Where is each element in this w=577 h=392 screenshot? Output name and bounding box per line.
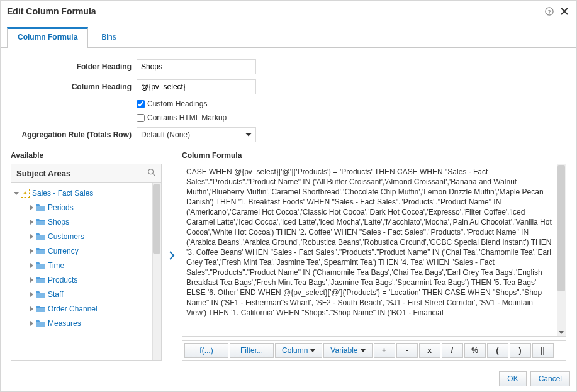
formula-textarea[interactable]: CASE WHEN @{pv_select}['@']{'Products'} … [182,164,566,336]
lparen-button[interactable]: ( [487,343,508,358]
contains-html-checkbox[interactable] [137,114,145,122]
label-available: Available [11,150,162,164]
svg-point-2 [148,169,154,174]
svg-text:?: ? [547,9,551,15]
fx-button[interactable]: f(...) [184,343,228,358]
tree-scrollbar-thumb[interactable] [153,184,160,254]
tree-label: Products [48,276,77,284]
pct-button[interactable]: % [464,343,486,358]
caret-right-icon [30,234,33,239]
tree-item[interactable]: Customers [13,229,160,244]
tree-label: Currency [48,247,79,255]
chevron-down-icon [310,349,315,352]
label-contains-html: Contains HTML Markup [147,113,227,122]
folder-icon [36,247,45,255]
content: Folder Heading Column Heading Custom Hea… [1,48,576,366]
subject-area-icon: ✦ [21,189,30,198]
chevron-down-icon [245,133,252,137]
tabstrip: Column Formula Bins [1,21,576,48]
plus-button[interactable]: + [374,343,395,358]
chevron-down-icon [361,349,366,352]
folder-icon [36,291,45,298]
caret-right-icon [30,205,33,210]
tree-label: Order Channel [48,305,98,313]
cancel-button[interactable]: Cancel [530,371,570,386]
tree-scrollbar[interactable] [152,183,161,360]
label-subject-areas: Subject Areas [16,169,70,178]
tree-label: Sales - Fact Sales [32,189,93,198]
ok-button[interactable]: OK [499,371,526,386]
tree-label: Shops [48,218,69,227]
tree-label: Time [48,261,64,270]
filter-button[interactable]: Filter... [230,343,274,358]
label-folder-heading: Folder Heading [11,62,137,71]
subject-tree: ✦ Sales - Fact Sales PeriodsShopsCustome… [11,183,162,361]
titlebar: Edit Column Formula ? [1,1,576,21]
folder-icon [36,276,45,284]
tree-item[interactable]: Currency [13,244,160,258]
folder-icon [36,233,45,240]
aggregation-select[interactable]: Default (None) [137,127,256,142]
div-button[interactable]: / [442,343,463,358]
minus-button[interactable]: - [396,343,418,358]
label-custom-headings: Custom Headings [147,99,207,108]
subject-areas-header: Subject Areas [11,164,162,183]
custom-headings-checkbox[interactable] [137,100,145,108]
folder-icon [36,305,45,313]
variable-button[interactable]: Variable [323,343,372,358]
caret-right-icon [30,263,33,268]
tree-item[interactable]: Order Channel [13,301,160,316]
dialog-title: Edit Column Formula [7,6,540,16]
tree-label: Periods [48,203,74,212]
tree-item[interactable]: Shops [13,215,160,229]
tree-item[interactable]: Time [13,258,160,272]
folder-icon [36,204,45,211]
tree-item[interactable]: Measures [13,316,160,330]
caret-right-icon [30,306,33,311]
label-aggregation: Aggregation Rule (Totals Row) [11,130,137,139]
mult-button[interactable]: x [419,343,440,358]
caret-right-icon [30,249,33,254]
label-column-formula: Column Formula [182,150,566,164]
formula-area-wrap: CASE WHEN @{pv_select}['@']{'Products'} … [182,164,566,337]
aggregation-value: Default (None) [141,130,190,139]
close-icon[interactable] [559,6,570,17]
concat-button[interactable]: || [532,343,554,358]
edit-column-formula-dialog: Edit Column Formula ? Column Formula Bin… [0,0,577,392]
tree-label: Staff [48,290,63,299]
tree-root[interactable]: ✦ Sales - Fact Sales [13,186,160,200]
tree-label: Customers [48,232,84,241]
form-rows: Folder Heading Column Heading Custom Hea… [11,59,566,147]
formula-scrollbar[interactable] [557,164,566,336]
tree-label: Measures [48,319,81,328]
formula-panel: Column Formula CASE WHEN @{pv_select}['@… [182,150,566,361]
search-icon[interactable] [147,168,156,179]
tree-item[interactable]: Products [13,272,160,287]
caret-right-icon [30,220,33,225]
folder-icon [36,320,45,327]
rparen-button[interactable]: ) [510,343,531,358]
folder-icon [36,262,45,269]
caret-right-icon [30,321,33,326]
folder-heading-input[interactable] [137,59,256,74]
tree-item[interactable]: Periods [13,200,160,215]
footer: OK Cancel [1,366,576,391]
move-right-button[interactable] [167,150,177,361]
caret-open-icon [14,192,19,195]
help-icon[interactable]: ? [544,6,555,17]
column-button[interactable]: Column [275,343,322,358]
label-column-heading: Column Heading [11,82,137,91]
available-panel: Available Subject Areas ✦ Sales - Fact S… [11,150,162,361]
tab-bins[interactable]: Bins [91,27,126,48]
split-layout: Available Subject Areas ✦ Sales - Fact S… [11,150,566,361]
column-heading-input[interactable] [137,79,256,94]
caret-right-icon [30,292,33,297]
formula-toolbar: f(...) Filter... Column Variable + - x /… [182,340,566,361]
tree-item[interactable]: Staff [13,287,160,301]
formula-scrollbar-thumb[interactable] [557,165,565,291]
caret-right-icon [30,277,33,283]
folder-icon [36,218,45,226]
tab-column-formula[interactable]: Column Formula [7,27,88,48]
chevron-down-icon [559,331,564,334]
